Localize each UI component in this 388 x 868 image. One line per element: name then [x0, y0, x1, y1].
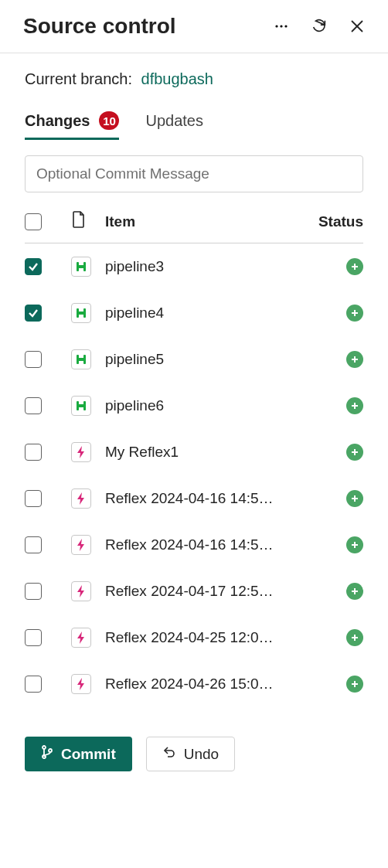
- undo-button[interactable]: Undo: [146, 737, 235, 771]
- item-name[interactable]: Reflex 2024-04-16 14:5…: [105, 536, 274, 553]
- row-checkbox[interactable]: [25, 490, 42, 507]
- tab-changes-label: Changes: [25, 112, 90, 130]
- status-added-icon: [346, 444, 363, 461]
- pipeline-icon: [71, 396, 91, 416]
- current-branch-label: Current branch:: [25, 70, 132, 87]
- svg-point-1: [280, 25, 282, 27]
- item-name[interactable]: pipeline3: [105, 258, 164, 274]
- svg-point-0: [275, 25, 277, 27]
- svg-rect-11: [83, 308, 86, 318]
- status-added-icon: [346, 583, 363, 600]
- svg-point-39: [49, 749, 52, 752]
- status-added-icon: [346, 397, 363, 414]
- svg-rect-16: [83, 355, 86, 364]
- tab-updates[interactable]: Updates: [145, 112, 203, 140]
- svg-rect-10: [77, 308, 79, 318]
- row-checkbox[interactable]: [25, 351, 42, 368]
- row-checkbox[interactable]: [25, 258, 42, 275]
- status-added-icon: [346, 629, 363, 646]
- undo-icon: [162, 745, 176, 763]
- pipeline-icon: [71, 303, 91, 323]
- status-added-icon: [346, 305, 363, 322]
- tab-bar: Changes 10 Updates: [0, 88, 388, 140]
- row-checkbox[interactable]: [25, 583, 42, 600]
- table-row: pipeline6: [25, 383, 363, 429]
- table-row: pipeline5: [25, 336, 363, 383]
- table-row: Reflex 2024-04-16 14:5…: [25, 475, 363, 522]
- svg-rect-6: [83, 262, 86, 271]
- pipeline-icon: [71, 257, 91, 277]
- item-name[interactable]: My Reflex1: [105, 444, 179, 460]
- select-all-checkbox[interactable]: [25, 213, 42, 230]
- footer-actions: Commit Undo: [0, 707, 388, 793]
- table-row: pipeline3: [25, 243, 363, 290]
- item-name[interactable]: Reflex 2024-04-25 12:0…: [105, 629, 274, 645]
- changes-rows: pipeline3pipeline4pipeline5pipeline6My R…: [25, 243, 363, 707]
- commit-message-wrap: [0, 140, 388, 192]
- branch-row: Current branch: dfbugbash: [0, 53, 388, 88]
- table-row: My Reflex1: [25, 429, 363, 475]
- item-name[interactable]: Reflex 2024-04-26 15:0…: [105, 676, 274, 692]
- changes-table-header: Item Status: [25, 211, 363, 243]
- item-name[interactable]: Reflex 2024-04-16 14:5…: [105, 490, 274, 506]
- tab-changes[interactable]: Changes 10: [25, 111, 119, 140]
- item-name[interactable]: pipeline4: [105, 305, 164, 321]
- svg-rect-7: [79, 265, 83, 268]
- reflex-icon: [71, 628, 91, 648]
- row-checkbox[interactable]: [25, 629, 42, 646]
- more-icon[interactable]: [274, 19, 289, 34]
- table-row: Reflex 2024-04-16 14:5…: [25, 522, 363, 568]
- row-checkbox[interactable]: [25, 444, 42, 461]
- row-checkbox[interactable]: [25, 397, 42, 414]
- status-added-icon: [346, 490, 363, 507]
- table-row: Reflex 2024-04-26 15:0…: [25, 661, 363, 707]
- column-header-item[interactable]: Item: [105, 213, 309, 230]
- undo-button-label: Undo: [184, 746, 219, 763]
- svg-rect-17: [79, 358, 83, 361]
- svg-rect-5: [77, 262, 79, 271]
- table-row: Reflex 2024-04-17 12:5…: [25, 568, 363, 614]
- table-row: Reflex 2024-04-25 12:0…: [25, 614, 363, 661]
- refresh-icon[interactable]: [311, 18, 328, 35]
- item-name[interactable]: Reflex 2024-04-17 12:5…: [105, 583, 274, 599]
- status-added-icon: [346, 536, 363, 553]
- reflex-icon: [71, 488, 91, 509]
- svg-rect-20: [77, 401, 79, 410]
- svg-rect-21: [83, 401, 86, 410]
- commit-button-label: Commit: [61, 746, 116, 763]
- item-name[interactable]: pipeline6: [105, 397, 164, 414]
- row-checkbox[interactable]: [25, 305, 42, 322]
- current-branch-name[interactable]: dfbugbash: [141, 70, 213, 87]
- column-header-status[interactable]: Status: [309, 213, 363, 230]
- commit-branch-icon: [41, 745, 53, 763]
- changes-count-badge: 10: [99, 111, 119, 130]
- status-added-icon: [346, 351, 363, 368]
- reflex-icon: [71, 535, 91, 555]
- reflex-icon: [71, 442, 91, 462]
- row-checkbox[interactable]: [25, 536, 42, 553]
- svg-rect-15: [77, 355, 79, 364]
- svg-point-37: [43, 746, 46, 749]
- panel-header: Source control: [0, 0, 388, 53]
- reflex-icon: [71, 674, 91, 694]
- commit-button[interactable]: Commit: [25, 737, 132, 771]
- item-name[interactable]: pipeline5: [105, 351, 164, 367]
- status-added-icon: [346, 258, 363, 275]
- status-added-icon: [346, 676, 363, 693]
- svg-rect-22: [79, 404, 83, 407]
- file-icon: [71, 211, 87, 232]
- commit-message-input[interactable]: [25, 155, 363, 192]
- svg-point-2: [284, 25, 287, 27]
- table-row: pipeline4: [25, 290, 363, 336]
- panel-title: Source control: [23, 14, 274, 39]
- row-checkbox[interactable]: [25, 676, 42, 693]
- reflex-icon: [71, 581, 91, 601]
- header-actions: [274, 18, 365, 35]
- svg-rect-12: [79, 311, 83, 315]
- tab-updates-label: Updates: [145, 112, 203, 130]
- close-icon[interactable]: [349, 19, 365, 34]
- pipeline-icon: [71, 349, 91, 369]
